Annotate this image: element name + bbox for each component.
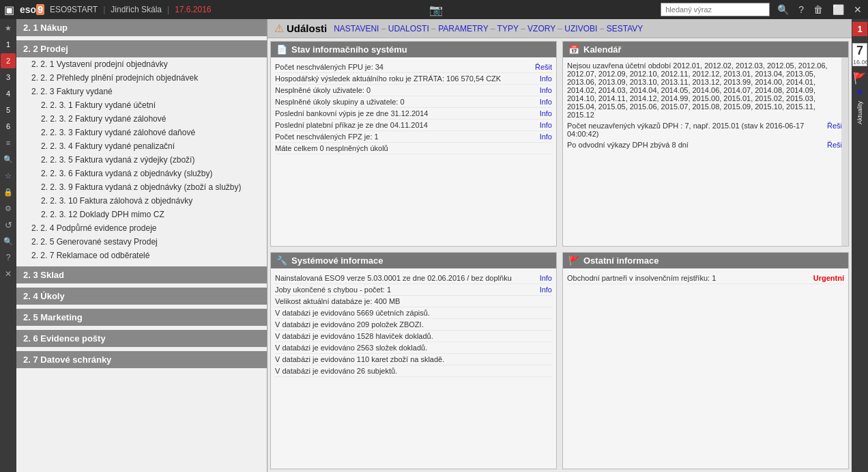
sidebar-group-prodej[interactable]: 2. 2 Prodej (16, 40, 267, 57)
maximize-button[interactable]: ⬜ (830, 4, 846, 15)
info-row: Joby ukončené s chybou - počet: 1Info (275, 284, 552, 296)
nav-bookmark[interactable]: ☆ (1, 168, 16, 183)
info-row-link[interactable]: Urgentní (813, 274, 844, 282)
sidebar-group-posta[interactable]: 2. 6 Evidence pošty (16, 330, 267, 347)
events-nav-item[interactable]: PARAMETRY (438, 24, 488, 33)
info-row-text: V databázi je evidováno 110 karet zboží … (275, 355, 552, 363)
content-area: ⚠ Události NASTAVENI – UDALOSTI – PARAME… (267, 19, 852, 472)
events-nav-item[interactable]: TYPY (497, 24, 519, 33)
sep1: | (103, 5, 105, 14)
sidebar-item[interactable]: 2. 2. 3. 5 Faktura vydaná z výdejky (zbo… (16, 153, 267, 167)
nav-close[interactable]: ✕ (1, 266, 16, 281)
sidebar-item[interactable]: 2. 2. 3. 10 Faktura zálohová z objednávk… (16, 194, 267, 208)
sidebar-item[interactable]: 2. 2. 3. 12 Doklady DPH mimo CZ (16, 208, 267, 221)
info-row: V databázi je evidováno 5669 účetních zá… (275, 307, 552, 319)
sidebar-item[interactable]: 2. 2. 7 Reklamace od odběratelé (16, 249, 267, 262)
info-row-text: Hospodářský výsledek aktuálního roku je … (275, 74, 534, 83)
nav-refresh[interactable]: ↺ (1, 217, 16, 232)
sidebar-group-datove[interactable]: 2. 7 Datové schránky (16, 351, 267, 368)
sidebar-item[interactable]: 2. 2. 5 Generované sestavy Prodej (16, 235, 267, 249)
info-row-text: V databázi je evidováno 5669 účetních zá… (275, 309, 552, 317)
sidebar-item[interactable]: 2. 2. 3. 6 Faktura vydaná z objednávky (… (16, 167, 267, 180)
info-row-link[interactable]: Info (540, 74, 552, 83)
sidebar-item[interactable]: 2. 2. 4 Podpůrné evidence prodeje (16, 221, 267, 235)
kalendar-text3: Po odvodní výkazy DPH zbývá 8 dní (567, 141, 823, 149)
username: Jindřich Skála (111, 5, 162, 14)
info-row: Hospodářský výsledek aktuálního roku je … (275, 73, 552, 85)
info-row: Počet neschválených FPU je: 34Řešit (275, 61, 552, 73)
sidebar-item[interactable]: 2. 2. 3. 2 Faktury vydané zálohové (16, 112, 267, 126)
info-row: V databázi je evidováno 26 subjektů. (275, 365, 552, 377)
events-icon: ⚠ (274, 22, 284, 35)
panels-grid: 📄 Stav informačního systému Počet neschv… (267, 38, 852, 472)
info-row: Nesplněné úkoly uživatele: 0Info (275, 85, 552, 96)
info-row-text: Máte celkem 0 nesplněných úkolů (275, 144, 552, 152)
info-row-text: V databázi je evidováno 209 položek ZBOZ… (275, 320, 552, 329)
nav-3[interactable]: 3 (1, 70, 16, 85)
sidebar-item[interactable]: 2. 2. 3 Faktury vydané (16, 85, 267, 98)
info-row-link[interactable]: Info (540, 86, 552, 94)
panel-ostatni-title: Ostatní informace (583, 255, 659, 266)
help-button[interactable]: ? (796, 4, 806, 15)
events-nav: NASTAVENI – UDALOSTI – PARAMETRY – TYPY … (334, 24, 643, 33)
rb-calendar-widget[interactable]: 7 16.06.20 (852, 43, 867, 66)
sidebar-group-nakup[interactable]: 2. 1 Nákup (16, 19, 267, 36)
sidebar-group-marketing[interactable]: 2. 5 Marketing (16, 309, 267, 326)
info-row-link[interactable]: Řešit (535, 63, 552, 71)
search-input[interactable] (661, 3, 770, 16)
info-row-link[interactable]: Info (540, 98, 552, 106)
panel-system-body: Nainstalovaná ESO9 verze 5.03.0001 ze dn… (271, 268, 556, 469)
close-button[interactable]: ✕ (852, 4, 864, 15)
panel-system-icon: 🔧 (276, 255, 287, 266)
rb-e-icon[interactable]: e (857, 86, 863, 97)
info-row-link[interactable]: Info (540, 109, 552, 117)
topbar: ▣ eso9 ESO9START | Jindřich Skála | 17.6… (0, 0, 868, 19)
events-nav-item[interactable]: VZORY (527, 24, 555, 33)
nav-4[interactable]: 4 (1, 86, 16, 101)
info-row: Poslední bankovní výpis je ze dne 31.12.… (275, 108, 552, 120)
nav-lock[interactable]: 🔒 (1, 184, 16, 199)
sidebar-item[interactable]: 2. 2. 3. 9 Faktura vydaná z objednávky (… (16, 180, 267, 194)
nav-6[interactable]: 6 (1, 119, 16, 134)
nav-magnify[interactable]: 🔍 (1, 234, 16, 249)
info-row-text: Nesplněné úkoly skupiny a uživatele: 0 (275, 98, 534, 106)
nav-star[interactable]: ★ (1, 20, 16, 36)
info-row-link[interactable]: Info (540, 286, 552, 294)
search-button[interactable]: 🔍 (775, 4, 791, 15)
events-nav-item[interactable]: UDALOSTI (388, 24, 429, 33)
events-nav-item[interactable]: SESTAVY (607, 24, 643, 33)
info-row-text: V databázi je evidováno 1528 hlaviček do… (275, 332, 552, 340)
panel-kalendar: 📅 Kalendář Nejsou uzavřena účetní období… (562, 41, 849, 247)
nav-help[interactable]: ? (1, 250, 16, 265)
sidebar-item[interactable]: 2. 2. 3. 4 Faktury vydané penalizační (16, 139, 267, 153)
events-nav-item[interactable]: NASTAVENI (334, 24, 379, 33)
sidebar-item[interactable]: 2. 2. 3. 1 Faktury vydané účetní (16, 98, 267, 112)
info-row-link[interactable]: Info (540, 274, 552, 282)
cam-icon: 📷 (429, 3, 443, 16)
nav-5[interactable]: 5 (1, 102, 16, 117)
info-row: V databázi je evidováno 209 položek ZBOZ… (275, 319, 552, 331)
nav-search2[interactable]: 🔍 (1, 152, 16, 167)
info-row-text: Počet neschválených FPZ je: 1 (275, 133, 534, 141)
info-row-text: Poslední bankovní výpis je ze dne 31.12.… (275, 109, 534, 117)
sidebar-item[interactable]: 2. 2. 3. 3 Faktury vydané zálohové daňov… (16, 126, 267, 139)
sidebar-group-sklad[interactable]: 2. 3 Sklad (16, 266, 267, 283)
info-row-link[interactable]: Info (540, 133, 552, 141)
sidebar: 2. 1 Nákup 2. 2 Prodej 2. 2. 1 Vystavení… (16, 19, 267, 472)
sidebar-group-ukoly[interactable]: 2. 4 Úkoly (16, 288, 267, 305)
nav-settings[interactable]: ⚙ (1, 201, 16, 216)
events-title: Události (287, 23, 327, 34)
info-row: V databázi je evidováno 2563 složek dokl… (275, 342, 552, 354)
left-iconbar: ★ 1 2 3 4 5 6 ≡ 🔍 ☆ 🔒 ⚙ ↺ 🔍 ? ✕ (0, 19, 16, 472)
nav-2[interactable]: 2 (1, 53, 16, 68)
info-row: Počet neschválených FPZ je: 1Info (275, 131, 552, 143)
nav-list[interactable]: ≡ (1, 135, 16, 150)
sidebar-item[interactable]: 2. 2. 1 Vystavení prodejní objednávky (16, 57, 267, 71)
panel-stav: 📄 Stav informačního systému Počet neschv… (270, 41, 557, 247)
delete-button[interactable]: 🗑 (811, 4, 825, 15)
panel-stav-title: Stav informačního systému (291, 44, 407, 55)
nav-1[interactable]: 1 (1, 37, 16, 52)
sidebar-item[interactable]: 2. 2. 2 Přehledy plnění prodejních objed… (16, 71, 267, 85)
events-nav-item[interactable]: UZIVOBI (564, 24, 597, 33)
info-row-link[interactable]: Info (540, 121, 552, 129)
